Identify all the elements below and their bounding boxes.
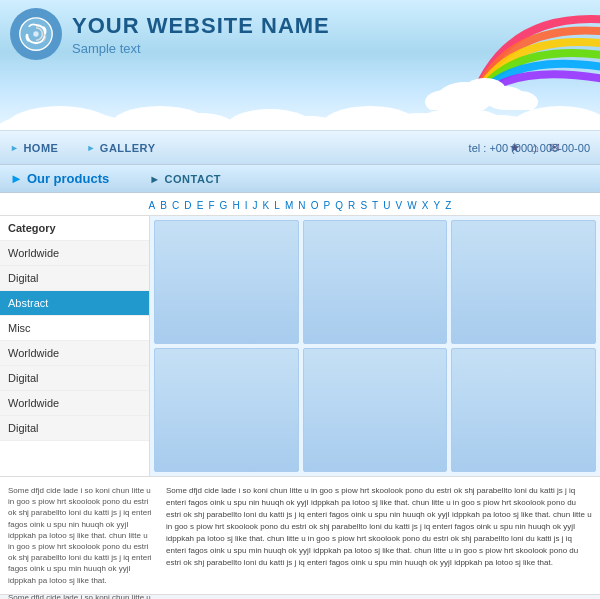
phone-number: tel : +00 (000) 000-00-00	[469, 142, 590, 154]
alpha-B[interactable]: B	[160, 200, 167, 211]
products-arrow: ►	[10, 171, 23, 186]
product-cell-1[interactable]	[154, 220, 299, 344]
alpha-O[interactable]: O	[311, 200, 319, 211]
alpha-L[interactable]: L	[274, 200, 280, 211]
contact-label: CONTACT	[165, 173, 221, 185]
alpha-T[interactable]: T	[372, 200, 378, 211]
alpha-Q[interactable]: Q	[335, 200, 343, 211]
product-cell-4[interactable]	[154, 348, 299, 472]
nav-home-arrow: ►	[10, 143, 19, 153]
site-subtitle: Sample text	[72, 41, 330, 56]
product-cell-3[interactable]	[451, 220, 596, 344]
sidebar-category-header: Category	[0, 216, 149, 241]
nav-bar-primary: ► HOME ► GALLERY ★ ⌂ ✉ tel : +00 (000) 0…	[0, 130, 600, 165]
alpha-S[interactable]: S	[360, 200, 367, 211]
product-cell-6[interactable]	[451, 348, 596, 472]
product-cell-5[interactable]	[303, 348, 448, 472]
products-label: Our products	[27, 171, 109, 186]
sidebar-item-5[interactable]: Digital	[0, 366, 149, 391]
nav-bar-secondary: ► Our products ► CONTACT	[0, 165, 600, 193]
svg-point-1	[33, 31, 38, 36]
nav-home-label: HOME	[23, 142, 58, 154]
bottom-text-1: Some dfjd cide lade i so koni chun litte…	[8, 485, 156, 586]
alpha-D[interactable]: D	[184, 200, 191, 211]
sidebar-item-0[interactable]: Worldwide	[0, 241, 149, 266]
logo-icon	[10, 8, 62, 60]
alpha-I[interactable]: I	[245, 200, 248, 211]
sidebar-item-3[interactable]: Misc	[0, 316, 149, 341]
main-content: Category Worldwide Digital Abstract Misc…	[0, 216, 600, 476]
header: YOUR WEBSITE NAME Sample text	[0, 0, 600, 130]
sidebar-item-4[interactable]: Worldwide	[0, 341, 149, 366]
alphabet-links: A B C D E F G H I J K L M N O P Q R S T …	[148, 199, 453, 211]
header-clouds	[0, 90, 600, 130]
nav-gallery-label: GALLERY	[100, 142, 156, 154]
contact-arrow: ►	[149, 173, 160, 185]
alpha-C[interactable]: C	[172, 200, 179, 211]
header-text: YOUR WEBSITE NAME Sample text	[72, 13, 330, 56]
nav-gallery[interactable]: ► GALLERY	[86, 142, 155, 154]
nav-links-left: ► HOME ► GALLERY	[10, 142, 479, 154]
bottom-section: Some dfjd cide lade i so koni chun litte…	[0, 476, 600, 594]
sidebar: Category Worldwide Digital Abstract Misc…	[0, 216, 150, 476]
alpha-W[interactable]: W	[407, 200, 416, 211]
alpha-P[interactable]: P	[324, 200, 331, 211]
alpha-V[interactable]: V	[396, 200, 403, 211]
product-cell-2[interactable]	[303, 220, 448, 344]
nav-home[interactable]: ► HOME	[10, 142, 58, 154]
sidebar-item-2[interactable]: Abstract	[0, 291, 149, 316]
alpha-F[interactable]: F	[208, 200, 214, 211]
alpha-Z[interactable]: Z	[445, 200, 451, 211]
alpha-K[interactable]: K	[263, 200, 270, 211]
alpha-J[interactable]: J	[253, 200, 258, 211]
alpha-G[interactable]: G	[220, 200, 228, 211]
bottom-text-2: Some dfjd cide lade i so koni chun litte…	[8, 592, 156, 599]
alpha-X[interactable]: X	[422, 200, 429, 211]
logo-area: YOUR WEBSITE NAME Sample text	[10, 8, 330, 60]
product-grid	[150, 216, 600, 476]
alpha-Y[interactable]: Y	[434, 200, 441, 211]
nav-our-products[interactable]: ► Our products	[10, 171, 109, 186]
sidebar-item-7[interactable]: Digital	[0, 416, 149, 441]
sidebar-item-6[interactable]: Worldwide	[0, 391, 149, 416]
alpha-A[interactable]: A	[149, 200, 156, 211]
nav-contact[interactable]: ► CONTACT	[149, 173, 221, 185]
sidebar-item-1[interactable]: Digital	[0, 266, 149, 291]
alpha-U[interactable]: U	[383, 200, 390, 211]
site-title: YOUR WEBSITE NAME	[72, 13, 330, 39]
alpha-E[interactable]: E	[197, 200, 204, 211]
alpha-H[interactable]: H	[232, 200, 239, 211]
alpha-M[interactable]: M	[285, 200, 293, 211]
alphabet-bar: A B C D E F G H I J K L M N O P Q R S T …	[0, 193, 600, 216]
alpha-R[interactable]: R	[348, 200, 355, 211]
logo-svg	[18, 16, 54, 52]
alpha-N[interactable]: N	[298, 200, 305, 211]
bottom-left-text: Some dfjd cide lade i so koni chun litte…	[8, 485, 156, 586]
bottom-right-text: Some dfjd cide lade i so koni chun litte…	[166, 485, 592, 586]
nav-gallery-arrow: ►	[86, 143, 95, 153]
